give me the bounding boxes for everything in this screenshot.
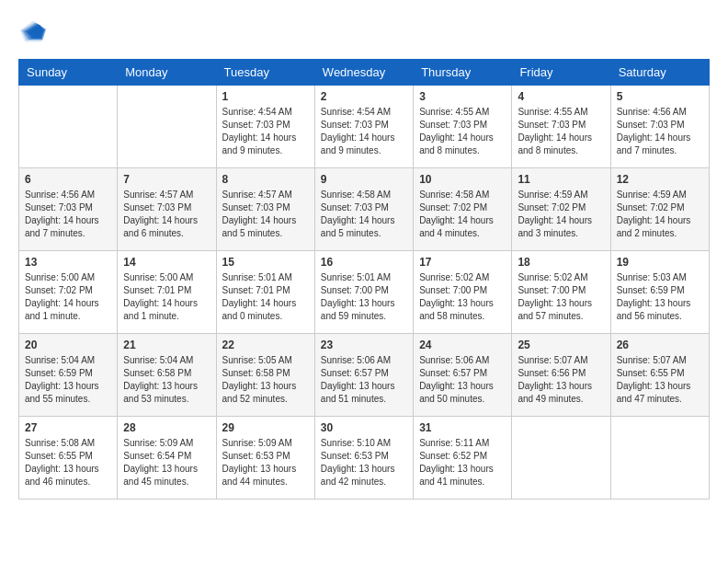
calendar-cell: 2Sunrise: 4:54 AMSunset: 7:03 PMDaylight… <box>314 86 413 168</box>
day-number: 17 <box>419 256 506 269</box>
day-detail: Sunrise: 5:01 AMSunset: 7:01 PMDaylight:… <box>222 271 309 323</box>
day-number: 22 <box>222 339 309 351</box>
day-number: 18 <box>518 256 604 269</box>
calendar-cell: 18Sunrise: 5:02 AMSunset: 7:00 PMDayligh… <box>512 251 610 334</box>
calendar-cell: 6Sunrise: 4:56 AMSunset: 7:03 PMDaylight… <box>19 168 118 251</box>
day-number: 9 <box>321 173 407 186</box>
day-detail: Sunrise: 5:11 AMSunset: 6:52 PMDaylight:… <box>419 437 506 488</box>
day-detail: Sunrise: 5:10 AMSunset: 6:53 PMDaylight:… <box>321 437 407 488</box>
calendar-cell: 5Sunrise: 4:56 AMSunset: 7:03 PMDaylight… <box>610 86 709 168</box>
day-detail: Sunrise: 5:09 AMSunset: 6:54 PMDaylight:… <box>123 437 210 488</box>
day-number: 26 <box>617 339 703 351</box>
calendar-cell: 1Sunrise: 4:54 AMSunset: 7:03 PMDaylight… <box>216 86 314 168</box>
day-detail: Sunrise: 4:57 AMSunset: 7:03 PMDaylight:… <box>222 189 309 240</box>
day-number: 16 <box>321 256 407 269</box>
day-number: 5 <box>617 90 703 103</box>
day-number: 25 <box>518 339 604 351</box>
day-detail: Sunrise: 5:09 AMSunset: 6:53 PMDaylight:… <box>222 437 309 488</box>
calendar-cell: 20Sunrise: 5:04 AMSunset: 6:59 PMDayligh… <box>19 334 118 417</box>
calendar-cell: 21Sunrise: 5:04 AMSunset: 6:58 PMDayligh… <box>118 334 216 417</box>
day-detail: Sunrise: 5:04 AMSunset: 6:59 PMDaylight:… <box>25 354 111 406</box>
day-number: 28 <box>123 421 210 434</box>
calendar-cell: 26Sunrise: 5:07 AMSunset: 6:55 PMDayligh… <box>610 334 709 417</box>
day-detail: Sunrise: 5:08 AMSunset: 6:55 PMDaylight:… <box>25 437 111 488</box>
day-number: 10 <box>419 173 506 186</box>
day-number: 23 <box>321 339 407 351</box>
day-detail: Sunrise: 4:55 AMSunset: 7:03 PMDaylight:… <box>419 106 506 157</box>
day-detail: Sunrise: 4:58 AMSunset: 7:03 PMDaylight:… <box>321 189 407 240</box>
calendar: SundayMondayTuesdayWednesdayThursdayFrid… <box>18 59 710 500</box>
day-detail: Sunrise: 4:54 AMSunset: 7:03 PMDaylight:… <box>321 106 407 157</box>
calendar-cell: 14Sunrise: 5:00 AMSunset: 7:01 PMDayligh… <box>118 251 216 334</box>
day-detail: Sunrise: 5:01 AMSunset: 7:00 PMDaylight:… <box>321 271 407 323</box>
calendar-cell: 15Sunrise: 5:01 AMSunset: 7:01 PMDayligh… <box>216 251 314 334</box>
day-detail: Sunrise: 5:02 AMSunset: 7:00 PMDaylight:… <box>419 271 506 323</box>
calendar-cell <box>118 86 216 168</box>
day-detail: Sunrise: 5:07 AMSunset: 6:56 PMDaylight:… <box>518 354 604 406</box>
weekday-header-thursday: Thursday <box>414 60 512 86</box>
day-detail: Sunrise: 5:04 AMSunset: 6:58 PMDaylight:… <box>123 354 210 406</box>
day-number: 2 <box>321 90 407 103</box>
day-number: 3 <box>419 90 506 103</box>
calendar-cell <box>512 417 610 500</box>
weekday-header-friday: Friday <box>512 60 610 86</box>
weekday-header-tuesday: Tuesday <box>216 60 314 86</box>
day-detail: Sunrise: 5:03 AMSunset: 6:59 PMDaylight:… <box>617 271 703 323</box>
day-detail: Sunrise: 5:05 AMSunset: 6:58 PMDaylight:… <box>222 354 309 406</box>
day-detail: Sunrise: 5:00 AMSunset: 7:01 PMDaylight:… <box>123 271 210 323</box>
calendar-cell: 27Sunrise: 5:08 AMSunset: 6:55 PMDayligh… <box>19 417 118 500</box>
calendar-cell: 12Sunrise: 4:59 AMSunset: 7:02 PMDayligh… <box>610 168 709 251</box>
weekday-header-monday: Monday <box>118 60 216 86</box>
day-detail: Sunrise: 4:59 AMSunset: 7:02 PMDaylight:… <box>518 189 604 240</box>
weekday-header-wednesday: Wednesday <box>314 60 413 86</box>
calendar-cell: 3Sunrise: 4:55 AMSunset: 7:03 PMDaylight… <box>414 86 512 168</box>
day-number: 21 <box>123 339 210 351</box>
day-number: 31 <box>419 421 506 434</box>
calendar-week-3: 13Sunrise: 5:00 AMSunset: 7:02 PMDayligh… <box>19 251 710 334</box>
weekday-header-sunday: Sunday <box>19 60 118 86</box>
calendar-cell <box>610 417 709 500</box>
calendar-cell: 17Sunrise: 5:02 AMSunset: 7:00 PMDayligh… <box>414 251 512 334</box>
calendar-cell: 24Sunrise: 5:06 AMSunset: 6:57 PMDayligh… <box>414 334 512 417</box>
calendar-cell: 30Sunrise: 5:10 AMSunset: 6:53 PMDayligh… <box>314 417 413 500</box>
calendar-week-1: 1Sunrise: 4:54 AMSunset: 7:03 PMDaylight… <box>19 86 710 168</box>
calendar-cell: 4Sunrise: 4:55 AMSunset: 7:03 PMDaylight… <box>512 86 610 168</box>
day-number: 30 <box>321 421 407 434</box>
weekday-header-row: SundayMondayTuesdayWednesdayThursdayFrid… <box>19 60 710 86</box>
day-detail: Sunrise: 5:06 AMSunset: 6:57 PMDaylight:… <box>419 354 506 406</box>
day-number: 6 <box>25 173 111 186</box>
calendar-cell: 22Sunrise: 5:05 AMSunset: 6:58 PMDayligh… <box>216 334 314 417</box>
day-number: 19 <box>617 256 703 269</box>
day-detail: Sunrise: 4:54 AMSunset: 7:03 PMDaylight:… <box>222 106 309 157</box>
calendar-cell: 10Sunrise: 4:58 AMSunset: 7:02 PMDayligh… <box>414 168 512 251</box>
day-number: 24 <box>419 339 506 351</box>
day-detail: Sunrise: 5:02 AMSunset: 7:00 PMDaylight:… <box>518 271 604 323</box>
logo <box>18 18 51 44</box>
day-detail: Sunrise: 5:00 AMSunset: 7:02 PMDaylight:… <box>25 271 111 323</box>
calendar-cell: 19Sunrise: 5:03 AMSunset: 6:59 PMDayligh… <box>610 251 709 334</box>
day-number: 13 <box>25 256 111 269</box>
day-detail: Sunrise: 4:55 AMSunset: 7:03 PMDaylight:… <box>518 106 604 157</box>
calendar-cell: 23Sunrise: 5:06 AMSunset: 6:57 PMDayligh… <box>314 334 413 417</box>
day-number: 29 <box>222 421 309 434</box>
calendar-cell: 13Sunrise: 5:00 AMSunset: 7:02 PMDayligh… <box>19 251 118 334</box>
calendar-cell: 16Sunrise: 5:01 AMSunset: 7:00 PMDayligh… <box>314 251 413 334</box>
calendar-cell <box>19 86 118 168</box>
calendar-cell: 25Sunrise: 5:07 AMSunset: 6:56 PMDayligh… <box>512 334 610 417</box>
day-detail: Sunrise: 4:58 AMSunset: 7:02 PMDaylight:… <box>419 189 506 240</box>
day-detail: Sunrise: 5:06 AMSunset: 6:57 PMDaylight:… <box>321 354 407 406</box>
day-number: 7 <box>123 173 210 186</box>
calendar-week-4: 20Sunrise: 5:04 AMSunset: 6:59 PMDayligh… <box>19 334 710 417</box>
day-detail: Sunrise: 4:57 AMSunset: 7:03 PMDaylight:… <box>123 189 210 240</box>
weekday-header-saturday: Saturday <box>610 60 709 86</box>
day-number: 8 <box>222 173 309 186</box>
calendar-cell: 8Sunrise: 4:57 AMSunset: 7:03 PMDaylight… <box>216 168 314 251</box>
day-number: 27 <box>25 421 111 434</box>
calendar-cell: 11Sunrise: 4:59 AMSunset: 7:02 PMDayligh… <box>512 168 610 251</box>
calendar-cell: 9Sunrise: 4:58 AMSunset: 7:03 PMDaylight… <box>314 168 413 251</box>
calendar-cell: 31Sunrise: 5:11 AMSunset: 6:52 PMDayligh… <box>414 417 512 500</box>
calendar-cell: 29Sunrise: 5:09 AMSunset: 6:53 PMDayligh… <box>216 417 314 500</box>
calendar-cell: 7Sunrise: 4:57 AMSunset: 7:03 PMDaylight… <box>118 168 216 251</box>
day-detail: Sunrise: 4:56 AMSunset: 7:03 PMDaylight:… <box>25 189 111 240</box>
day-number: 1 <box>222 90 309 103</box>
